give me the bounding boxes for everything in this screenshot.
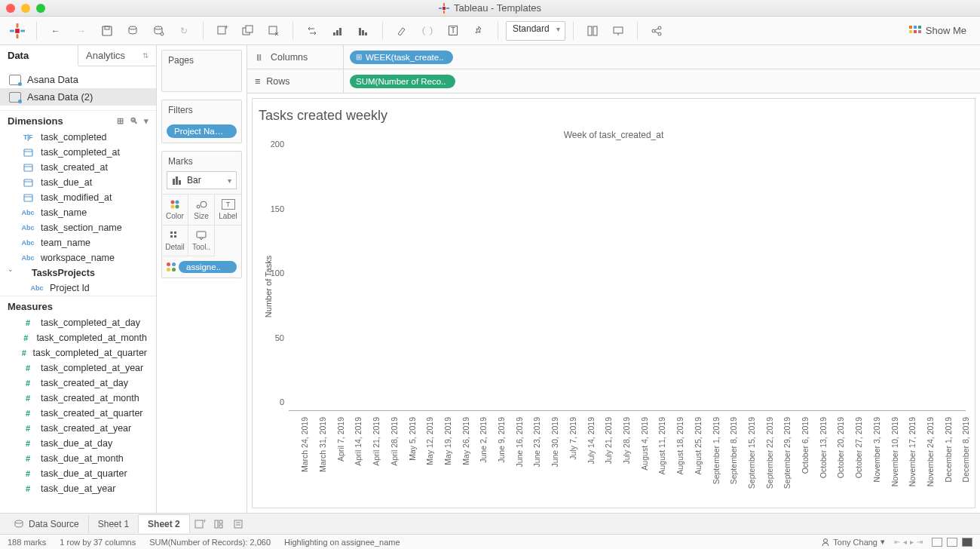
svg-rect-1	[443, 11, 445, 14]
presentation-icon[interactable]	[607, 20, 629, 41]
marks-color-assignee-pill[interactable]: assigne..	[167, 261, 237, 273]
svg-rect-2	[439, 8, 442, 9]
measure-field[interactable]: #task_due_at_year	[0, 481, 156, 496]
dimension-field[interactable]: T|Ftask_completed	[0, 130, 156, 145]
measure-field[interactable]: #task_created_at_year	[0, 421, 156, 436]
columns-pill-week[interactable]: ⊞WEEK(task_create..	[350, 51, 453, 64]
datasource-asana[interactable]: Asana Data	[0, 71, 156, 88]
chart-area[interactable]	[289, 153, 966, 411]
sort-desc-icon[interactable]	[352, 20, 375, 41]
marks-detail[interactable]: Detail	[162, 225, 188, 256]
svg-rect-37	[918, 30, 921, 33]
refresh-icon[interactable]: ↻	[173, 20, 195, 41]
tab-analytics[interactable]: Analytics⇅	[78, 45, 156, 66]
dimension-folder-tasksprojects[interactable]: TasksProjects	[0, 265, 156, 281]
measure-field[interactable]: #task_created_at_month	[0, 391, 156, 406]
measure-field[interactable]: #task_completed_at_quarter	[0, 345, 156, 360]
new-worksheet-tab-icon[interactable]: +	[190, 519, 210, 529]
measure-field[interactable]: #task_created_at_day	[0, 376, 156, 391]
dimension-field[interactable]: Abctask_section_name	[0, 220, 156, 235]
undo-icon[interactable]: ←	[44, 20, 67, 41]
measure-field[interactable]: #task_due_at_month	[0, 451, 156, 466]
toolbar: ← → ↻ + T Standard Show Me	[0, 17, 980, 45]
measure-field[interactable]: #task_due_at_quarter	[0, 466, 156, 481]
svg-point-63	[824, 538, 828, 542]
new-dashboard-tab-icon[interactable]	[210, 519, 229, 529]
measure-field[interactable]: #task_completed_at_year	[0, 360, 156, 376]
sort-asc-icon[interactable]	[326, 20, 349, 41]
user-icon[interactable]: Tony Chang ▾	[821, 537, 885, 547]
marks-label[interactable]: TLabel	[215, 195, 241, 225]
measure-field[interactable]: #task_completed_at_month	[0, 330, 156, 345]
dimension-field[interactable]: Abcteam_name	[0, 235, 156, 250]
rows-pill-sum[interactable]: SUM(Number of Reco..	[350, 75, 455, 88]
duplicate-sheet-icon[interactable]	[237, 20, 259, 41]
tab-data[interactable]: Data	[0, 45, 78, 66]
columns-shelf[interactable]: ⫼Columns ⊞WEEK(task_create..	[247, 45, 980, 69]
filters-card[interactable]: Filters Project Name: ..	[161, 100, 242, 143]
fit-select[interactable]: Standard	[506, 21, 565, 41]
new-worksheet-icon[interactable]: +	[211, 20, 234, 41]
view-toggle-icon[interactable]: ⊞	[117, 116, 124, 126]
measure-field[interactable]: #task_completed_at_day	[0, 315, 156, 330]
new-story-tab-icon[interactable]	[229, 519, 249, 529]
dimension-field[interactable]: Abctask_name	[0, 205, 156, 220]
group-icon[interactable]	[416, 20, 439, 41]
dimensions-header: Dimensions ⊞🔍︎▾	[0, 110, 156, 130]
svg-rect-25	[365, 32, 367, 35]
measure-field[interactable]: #task_created_at_quarter	[0, 406, 156, 421]
svg-point-50	[201, 201, 207, 207]
swap-icon[interactable]	[301, 20, 323, 41]
dimension-field[interactable]: task_modified_at	[0, 190, 156, 205]
marks-color[interactable]: Color	[162, 195, 188, 225]
marks-type-select[interactable]: Bar	[167, 171, 237, 189]
svg-point-47	[171, 205, 175, 209]
new-datasource-icon[interactable]	[121, 20, 144, 41]
clear-sheet-icon[interactable]	[262, 20, 285, 41]
datasource-asana-2[interactable]: Asana Data (2)	[0, 88, 156, 106]
show-cards-icon[interactable]	[581, 20, 604, 41]
search-icon[interactable]: 🔍︎	[130, 116, 138, 126]
svg-rect-20	[333, 32, 335, 35]
svg-rect-4	[443, 7, 446, 10]
window-zoom-icon[interactable]	[36, 4, 45, 13]
nav-controls[interactable]: ⇤◂▸⇥	[894, 538, 923, 546]
dimension-field[interactable]: task_completed_at	[0, 145, 156, 160]
filter-pill-project[interactable]: Project Name: ..	[167, 124, 237, 138]
viz-title[interactable]: Tasks created weekly	[253, 99, 975, 127]
measure-field[interactable]: #task_due_at_day	[0, 436, 156, 451]
marks-size[interactable]: Size	[188, 195, 215, 225]
svg-rect-40	[24, 179, 32, 186]
highlight-icon[interactable]	[390, 20, 413, 41]
svg-point-31	[658, 32, 661, 35]
pages-card[interactable]: Pages	[161, 50, 242, 92]
svg-point-12	[129, 26, 136, 29]
labels-icon[interactable]: T	[442, 20, 464, 41]
tab-sheet-2[interactable]: Sheet 2	[139, 514, 190, 533]
tableau-logo-icon[interactable]	[6, 20, 29, 41]
dimension-field[interactable]: task_created_at	[0, 160, 156, 175]
show-me-button[interactable]: Show Me	[902, 22, 974, 39]
dimension-field[interactable]: AbcProject Id	[0, 281, 156, 296]
auto-update-icon[interactable]	[147, 20, 170, 41]
window-close-icon[interactable]	[6, 4, 15, 13]
dimension-field[interactable]: task_due_at	[0, 175, 156, 190]
viz-canvas[interactable]: Tasks created weekly Week of task_create…	[252, 98, 975, 508]
window-minimize-icon[interactable]	[21, 4, 30, 13]
datasource-icon	[14, 520, 24, 529]
dimension-field[interactable]: Abcworkspace_name	[0, 250, 156, 265]
svg-rect-10	[103, 26, 112, 35]
rows-shelf[interactable]: ≡Rows SUM(Number of Reco..	[247, 69, 980, 94]
tab-sheet-1[interactable]: Sheet 1	[89, 515, 139, 533]
redo-icon[interactable]: →	[70, 20, 93, 41]
view-mode-icons[interactable]	[932, 538, 972, 547]
marks-tooltip[interactable]: Tool..	[188, 225, 215, 256]
shelves-pane: Pages Filters Project Name: .. Marks Bar…	[157, 45, 247, 513]
svg-rect-39	[24, 164, 32, 171]
status-dims: 1 row by 37 columns	[60, 538, 136, 547]
share-icon[interactable]	[645, 20, 668, 41]
pin-icon[interactable]	[467, 20, 490, 41]
svg-rect-21	[336, 30, 338, 35]
tab-data-source[interactable]: Data Source	[5, 515, 89, 533]
save-icon[interactable]	[96, 20, 118, 41]
